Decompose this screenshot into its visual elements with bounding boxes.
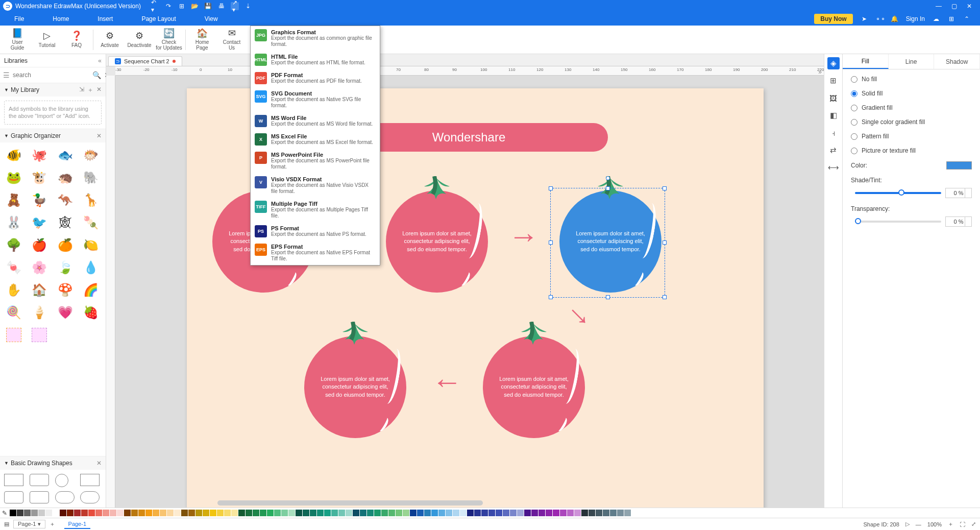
color-swatch[interactable] bbox=[546, 510, 552, 516]
color-swatch[interactable] bbox=[195, 510, 202, 516]
color-swatch[interactable] bbox=[288, 510, 295, 516]
bell-icon[interactable]: 🔔 bbox=[891, 15, 899, 22]
color-swatch[interactable] bbox=[624, 510, 631, 516]
color-swatch[interactable] bbox=[188, 510, 195, 516]
color-swatch[interactable] bbox=[574, 510, 581, 516]
color-swatch[interactable] bbox=[203, 510, 209, 516]
selection-handle[interactable] bbox=[663, 295, 667, 299]
color-swatch[interactable] bbox=[38, 510, 45, 516]
export-graphics-format[interactable]: JPGGraphics FormatExport the document as… bbox=[251, 26, 380, 51]
toolbar-home-page[interactable]: 🏠HomePage bbox=[188, 26, 216, 54]
tab-shadow[interactable]: Shadow bbox=[934, 54, 980, 69]
dimension-icon[interactable]: ⟷ bbox=[827, 161, 840, 174]
menu-file[interactable]: File bbox=[0, 12, 38, 26]
buy-now-button[interactable]: Buy Now bbox=[814, 14, 852, 24]
color-swatch[interactable] bbox=[531, 510, 538, 516]
selection-handle[interactable] bbox=[549, 295, 553, 299]
shape-pill2[interactable] bbox=[80, 491, 100, 503]
toolbar-deactivate[interactable]: ⚙Deactivate bbox=[125, 26, 154, 54]
export-html-file[interactable]: HTMLHTML FileExport the document as HTML… bbox=[251, 51, 380, 69]
library-symbol[interactable]: 🦒 bbox=[80, 190, 102, 210]
send-icon[interactable]: ➤ bbox=[860, 15, 868, 22]
grid-icon[interactable]: ⊞ bbox=[827, 75, 840, 87]
tab-line[interactable]: Line bbox=[889, 54, 935, 69]
color-swatch[interactable] bbox=[31, 510, 38, 516]
color-swatch[interactable] bbox=[296, 510, 302, 516]
library-symbol[interactable]: 🍎 bbox=[29, 235, 50, 255]
color-swatch[interactable] bbox=[567, 510, 574, 516]
export-pdf-format[interactable]: PDFPDF FormatExport the document as PDF … bbox=[251, 69, 380, 87]
color-swatch[interactable] bbox=[496, 510, 502, 516]
color-swatch[interactable] bbox=[481, 510, 488, 516]
redo-icon[interactable]: ↷ bbox=[164, 2, 173, 10]
toolbar-tutorial[interactable]: ▷Tutorial bbox=[33, 26, 61, 54]
apps-icon[interactable]: ⊞ bbox=[947, 15, 955, 22]
arrow-left-icon[interactable]: ← bbox=[432, 364, 462, 399]
library-symbol[interactable]: 🍃 bbox=[55, 258, 76, 277]
color-swatch[interactable] bbox=[88, 510, 95, 516]
shade-value[interactable]: 0 % bbox=[945, 188, 972, 198]
color-swatch[interactable] bbox=[353, 510, 359, 516]
search-icon[interactable]: 🔍 bbox=[92, 71, 101, 79]
library-symbol[interactable] bbox=[29, 325, 50, 345]
menu-view[interactable]: View bbox=[190, 12, 232, 26]
zoom-in-icon[interactable]: ＋ bbox=[948, 520, 953, 528]
export-visio-vsdx-format[interactable]: VVisio VSDX FormatExport the document as… bbox=[251, 173, 380, 198]
arrow-right-icon[interactable]: → bbox=[508, 219, 539, 254]
eyedropper-icon[interactable]: ✎ bbox=[2, 510, 7, 517]
color-swatch[interactable] bbox=[589, 510, 595, 516]
color-swatch[interactable] bbox=[124, 510, 131, 516]
zoom-out-icon[interactable]: — bbox=[916, 521, 921, 527]
library-symbol[interactable]: 🦔 bbox=[55, 168, 76, 187]
color-swatch[interactable] bbox=[617, 510, 624, 516]
menu-icon[interactable]: ☰ bbox=[3, 71, 10, 79]
toolbar-user-guide[interactable]: 📘UserGuide bbox=[3, 26, 32, 54]
color-swatch[interactable] bbox=[560, 510, 567, 516]
color-swatch[interactable] bbox=[417, 510, 424, 516]
library-symbol[interactable]: 💗 bbox=[55, 303, 76, 322]
library-symbol[interactable]: 🕸 bbox=[55, 213, 76, 232]
color-swatch[interactable] bbox=[603, 510, 609, 516]
shape-pill[interactable] bbox=[55, 491, 75, 503]
shape-rect[interactable] bbox=[4, 474, 23, 486]
gradient-radio[interactable]: Gradient fill bbox=[851, 104, 972, 111]
share-icon[interactable]: ⚬⚬ bbox=[875, 15, 884, 22]
toolbar-contact-us[interactable]: ✉ContactUs bbox=[217, 26, 246, 54]
color-swatch[interactable] bbox=[217, 510, 224, 516]
library-symbol[interactable]: 🍄 bbox=[55, 280, 76, 300]
library-symbol[interactable]: 🍬 bbox=[3, 258, 24, 277]
color-swatch[interactable] bbox=[60, 510, 66, 516]
library-symbol[interactable]: 🍡 bbox=[80, 213, 102, 232]
pattern-radio[interactable]: Pattern fill bbox=[851, 133, 972, 140]
color-swatch[interactable] bbox=[153, 510, 159, 516]
color-swatch[interactable] bbox=[310, 510, 316, 516]
library-symbol[interactable]: 🐮 bbox=[29, 168, 50, 187]
color-swatch[interactable] bbox=[281, 510, 288, 516]
organizer-header[interactable]: ▼ Graphic Organizer ✕ bbox=[0, 129, 106, 142]
color-swatch[interactable] bbox=[174, 510, 181, 516]
color-swatch[interactable] bbox=[246, 510, 252, 516]
color-swatch[interactable] bbox=[17, 510, 23, 516]
color-swatch[interactable] bbox=[517, 510, 524, 516]
color-swatch[interactable] bbox=[596, 510, 602, 516]
layers-icon[interactable]: ◧ bbox=[827, 109, 840, 122]
color-swatch[interactable] bbox=[396, 510, 402, 516]
import-icon[interactable]: ⇲ bbox=[79, 86, 84, 94]
add-page-icon[interactable]: ＋ bbox=[50, 520, 55, 528]
export-ps-format[interactable]: PSPS FormatExport the document as Native… bbox=[251, 222, 380, 240]
color-swatch[interactable] bbox=[538, 510, 545, 516]
color-swatch[interactable] bbox=[145, 510, 152, 516]
color-swatch[interactable] bbox=[338, 510, 345, 516]
fullscreen-icon[interactable]: ⤢ bbox=[971, 521, 976, 527]
color-swatch[interactable] bbox=[95, 510, 102, 516]
color-swatch[interactable] bbox=[360, 510, 366, 516]
minimize-icon[interactable]: — bbox=[931, 3, 946, 10]
tomato-shape-2[interactable]: Lorem ipsum dolor sit amet, consectetur … bbox=[381, 180, 493, 293]
color-swatch[interactable] bbox=[410, 510, 416, 516]
shade-slider[interactable] bbox=[855, 192, 941, 194]
library-symbol[interactable]: 🐙 bbox=[29, 146, 50, 165]
transparency-value[interactable]: 0 % bbox=[945, 216, 972, 227]
color-swatch[interactable] bbox=[10, 510, 16, 516]
singlecolor-radio[interactable]: Single color gradient fill bbox=[851, 118, 972, 126]
library-symbol[interactable]: 🦘 bbox=[55, 190, 76, 210]
